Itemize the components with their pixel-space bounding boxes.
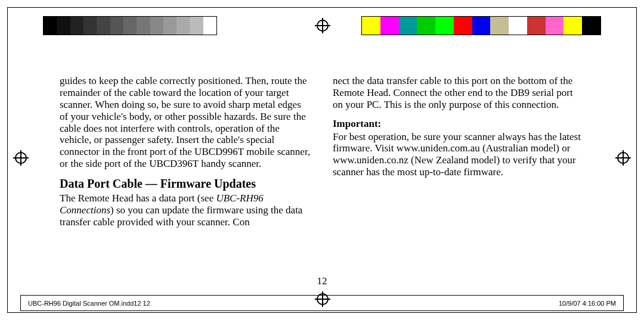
slug-filename: UBC-RH96 Digital Scanner OM.indd12 12 xyxy=(28,300,150,307)
paragraph-data-port-intro: The Remote Head has a data port (see UBC… xyxy=(60,192,311,228)
slug-line: UBC-RH96 Digital Scanner OM.indd12 12 10… xyxy=(20,295,624,311)
registration-mark-icon xyxy=(315,18,330,33)
slug-timestamp: 10/9/07 4:16:00 PM xyxy=(559,300,616,307)
important-text: For best operation, be sure your scanner… xyxy=(333,131,581,178)
grayscale-step-wedge xyxy=(43,16,217,35)
heading-data-port: Data Port Cable — Firmware Updates xyxy=(60,177,311,191)
registration-mark-icon xyxy=(615,150,631,166)
paragraph-important: Important: For best operation, be sure y… xyxy=(333,118,584,178)
color-calibration-bar xyxy=(361,16,601,35)
print-proof-page: guides to keep the cable correctly posit… xyxy=(0,0,644,320)
important-label: Important: xyxy=(333,118,584,130)
registration-mark-icon xyxy=(13,150,29,166)
paragraph-cable-routing: guides to keep the cable correctly posit… xyxy=(60,75,311,170)
paragraph-data-port-connection: nect the data transfer cable to this por… xyxy=(333,75,584,111)
body-text-columns: guides to keep the cable correctly posit… xyxy=(60,75,584,235)
page-number: 12 xyxy=(0,275,644,287)
